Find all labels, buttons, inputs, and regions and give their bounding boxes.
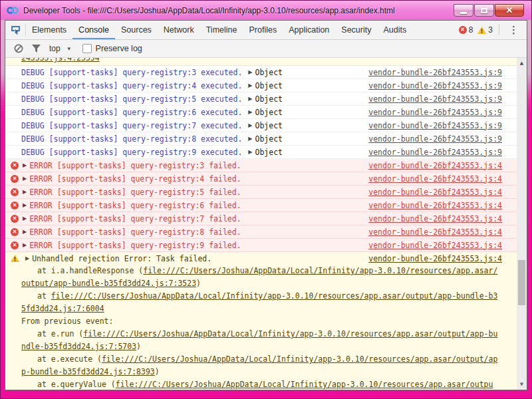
warning-icon [11, 255, 19, 262]
object-preview[interactable]: Object [255, 94, 283, 104]
tabbar-right: ✕ 8 3 ⋮ [459, 21, 527, 39]
log-message: ERROR [support-tasks] query-registry:8 f… [29, 227, 241, 237]
title-bar: Developer Tools - file:///C:/Users/Joshu… [1, 1, 531, 20]
object-preview[interactable]: Object [255, 148, 283, 157]
source-link[interactable]: vendor-bundle-26bf243553.js:9 [368, 81, 502, 90]
devtools-window: Developer Tools - file:///C:/Users/Joshu… [0, 0, 532, 399]
stack-frame-function: at e.queryValue ( [37, 380, 116, 389]
warning-icon [477, 27, 486, 34]
error-count: 8 [469, 25, 473, 35]
devtools-tab[interactable]: Console [72, 21, 115, 39]
object-preview[interactable]: Object [255, 134, 283, 144]
console-row-warning: ▶ Unhandled rejection Error: Task failed… [5, 252, 517, 390]
console-row-partial-warning: 243553.js:4:23554 [5, 58, 517, 66]
error-icon: ✕ [11, 228, 19, 236]
source-link[interactable]: vendor-bundle-26bf243553.js:4 [368, 174, 502, 184]
source-link[interactable]: 243553.js:4:23554 [21, 58, 100, 63]
devtools-tab[interactable]: Profiles [243, 21, 283, 39]
console-row-error: ✕ ▶ ERROR [support-tasks] query-registry… [5, 212, 517, 225]
object-preview[interactable]: Object [255, 108, 283, 117]
expand-arrow-icon[interactable]: ▶ [23, 242, 27, 248]
source-link[interactable]: vendor-bundle-26bf243553.js:4 [368, 188, 502, 197]
minimize-icon [460, 12, 467, 14]
devtools-tab[interactable]: Elements [26, 21, 72, 39]
object-preview[interactable]: Object [255, 68, 283, 77]
inspect-element-button[interactable] [5, 21, 25, 39]
stack-frame-link[interactable]: file:///C:/Users/Joshua/AppData/Local/In… [21, 329, 497, 351]
stack-frame-link[interactable]: file:///C:/Users/Joshua/AppData/Local/In… [21, 291, 497, 313]
object-preview[interactable]: Object [255, 81, 283, 90]
expand-arrow-icon[interactable]: ▶ [23, 229, 27, 235]
scroll-down-icon[interactable]: ▼ [517, 382, 527, 387]
object-preview[interactable]: Object [255, 121, 283, 130]
console-row-debug: DEBUG [support-tasks] query-registry:9 e… [5, 146, 517, 159]
close-icon: ✕ [506, 6, 513, 15]
expand-arrow-icon[interactable]: ▶ [23, 176, 27, 182]
devtools-tab[interactable]: Security [335, 21, 377, 39]
source-link[interactable]: vendor-bundle-26bf243553.js:4 [368, 214, 502, 223]
tab-label: Sources [121, 25, 152, 35]
source-link[interactable]: vendor-bundle-26bf243553.js:4 [368, 227, 502, 237]
close-button[interactable]: ✕ [495, 4, 524, 17]
expand-arrow-icon[interactable]: ▶ [248, 122, 252, 128]
expand-arrow-icon[interactable]: ▶ [248, 96, 252, 102]
devtools-tab[interactable]: Network [158, 21, 200, 39]
devtools-tab[interactable]: Sources [115, 21, 158, 39]
expand-arrow-icon[interactable]: ▶ [23, 189, 27, 195]
console-row-error: ✕ ▶ ERROR [support-tasks] query-registry… [5, 186, 517, 199]
filter-icon[interactable] [32, 45, 41, 53]
vertical-scrollbar[interactable]: ▲ ▼ [517, 58, 527, 390]
preserve-log-label[interactable]: Preserve log [96, 44, 142, 53]
stack-frame-function: at [37, 291, 51, 301]
error-icon: ✕ [11, 188, 19, 196]
minimize-button[interactable] [454, 4, 473, 17]
source-link[interactable]: vendor-bundle-26bf243553.js:4 [368, 161, 502, 170]
source-link[interactable]: vendor-bundle-26bf243553.js:4 [368, 254, 502, 263]
execution-context-selector[interactable]: top ▼ [49, 44, 72, 53]
log-message: DEBUG [support-tasks] query-registry:9 e… [21, 148, 242, 157]
source-link[interactable]: vendor-bundle-26bf243553.js:4 [368, 241, 502, 250]
source-link[interactable]: vendor-bundle-26bf243553.js:4 [368, 201, 502, 210]
expand-arrow-icon[interactable]: ▶ [248, 149, 252, 155]
expand-arrow-icon[interactable]: ▶ [248, 69, 252, 75]
console-toolbar: top ▼ Preserve log [5, 40, 527, 58]
console-row-debug: DEBUG [support-tasks] query-registry:4 e… [5, 79, 517, 92]
console-row-error: ✕ ▶ ERROR [support-tasks] query-registry… [5, 225, 517, 239]
expand-arrow-icon[interactable]: ▶ [23, 215, 27, 221]
expand-arrow-icon[interactable]: ▶ [23, 202, 27, 208]
stack-frame-suffix: ) [196, 279, 201, 288]
badge-separator [499, 25, 499, 35]
devtools-tab[interactable]: Timeline [200, 21, 243, 39]
expand-arrow-icon[interactable]: ▶ [248, 136, 252, 142]
maximize-button[interactable] [474, 4, 494, 17]
source-link[interactable]: vendor-bundle-26bf243553.js:9 [368, 68, 502, 77]
devtools-tab[interactable]: Application [283, 21, 335, 39]
error-icon: ✕ [11, 241, 19, 249]
source-link[interactable]: vendor-bundle-26bf243553.js:9 [368, 108, 502, 117]
stack-frame-function: at e.execute ( [37, 354, 102, 364]
scroll-up-icon[interactable]: ▲ [517, 61, 527, 66]
overflow-menu-button[interactable]: ⋮ [503, 24, 524, 36]
source-link[interactable]: vendor-bundle-26bf243553.js:9 [368, 121, 502, 130]
chevron-down-icon: ▼ [66, 46, 72, 52]
stack-frame-suffix: ) [155, 367, 160, 376]
expand-arrow-icon[interactable]: ▶ [23, 162, 27, 168]
console-row-error: ✕ ▶ ERROR [support-tasks] query-registry… [5, 239, 517, 252]
log-message: DEBUG [support-tasks] query-registry:6 e… [21, 108, 242, 117]
devtools-tab[interactable]: Audits [377, 21, 412, 39]
source-link[interactable]: vendor-bundle-26bf243553.js:9 [368, 148, 502, 157]
source-link[interactable]: vendor-bundle-26bf243553.js:9 [368, 94, 502, 104]
log-message: DEBUG [support-tasks] query-registry:5 e… [21, 94, 242, 104]
source-link[interactable]: vendor-bundle-26bf243553.js:9 [368, 134, 502, 144]
scrollbar-thumb[interactable] [518, 260, 525, 305]
error-count-badge[interactable]: ✕ 8 [459, 25, 473, 35]
expand-arrow-icon[interactable]: ▶ [25, 255, 29, 261]
clear-console-button[interactable] [14, 44, 23, 53]
preserve-log-checkbox[interactable] [82, 44, 92, 53]
console-panel: 243553.js:4:23554 DEBUG [support-tasks] … [5, 58, 527, 390]
expand-arrow-icon[interactable]: ▶ [248, 82, 252, 88]
stack-trace: at i.a.handleResponse (file:///C:/Users/… [5, 265, 517, 390]
log-message: DEBUG [support-tasks] query-registry:8 e… [21, 134, 242, 144]
warning-count-badge[interactable]: 3 [477, 25, 493, 35]
expand-arrow-icon[interactable]: ▶ [248, 109, 252, 115]
